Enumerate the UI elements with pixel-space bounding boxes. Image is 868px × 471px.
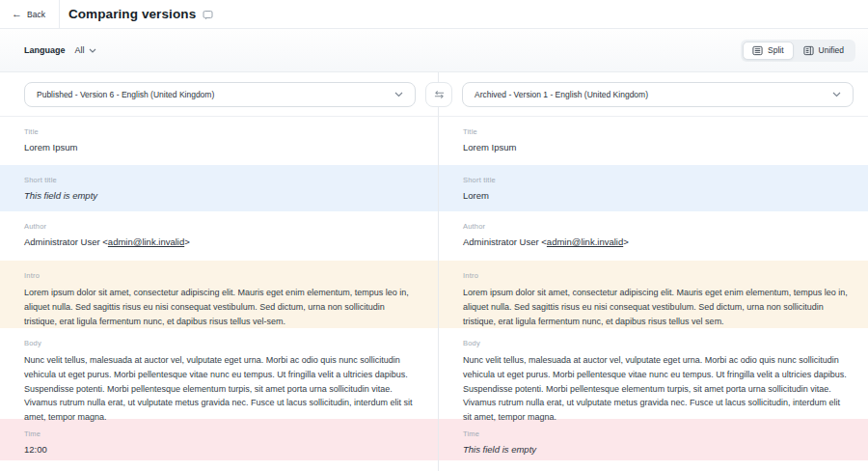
field-value: Lorem Ipsum [463, 142, 849, 152]
field-label: Intro [24, 271, 420, 280]
field-value: Nunc velit tellus, malesuada at auctor v… [463, 353, 849, 425]
language-control: Language All [24, 45, 96, 55]
field-value: Lorem [463, 190, 849, 201]
unified-view-icon [803, 45, 814, 56]
right-version-select[interactable]: Archived - Version 1 - English (United K… [462, 82, 854, 107]
language-value: All [75, 45, 85, 55]
field-row-title: Title Lorem Ipsum Title Lorem Ipsum [0, 117, 868, 165]
split-view-label: Split [768, 45, 784, 55]
left-version-value: Published - Version 6 - English (United … [37, 90, 214, 99]
language-dropdown[interactable]: All [75, 45, 96, 55]
field-value: Administrator User <admin@link.invalid> [463, 236, 849, 247]
field-value: Administrator User <admin@link.invalid> [24, 236, 420, 247]
field-value: Lorem Ipsum [24, 142, 420, 152]
author-suffix: > [184, 236, 190, 247]
split-view-icon [752, 45, 763, 56]
top-header: ← Back Comparing versions [0, 0, 868, 29]
field-row-author: Author Administrator User <admin@link.in… [0, 211, 868, 261]
author-name: Administrator User < [24, 236, 108, 247]
field-label: Short title [463, 176, 849, 184]
author-suffix: > [623, 236, 629, 247]
page-title: Comparing versions [68, 7, 196, 21]
field-value: Lorem ipsum dolor sit amet, consectetur … [24, 286, 420, 328]
field-row-intro: Intro Lorem ipsum dolor sit amet, consec… [0, 261, 868, 328]
left-version-select[interactable]: Published - Version 6 - English (United … [24, 82, 416, 107]
field-value: Lorem ipsum dolor sit amet, consectetur … [463, 286, 849, 328]
field-label: Time [463, 429, 849, 438]
comment-icon [203, 10, 213, 20]
email-link[interactable]: admin@link.invalid [547, 236, 623, 247]
body-cell-left: Body Nunc velit tellus, malesuada at auc… [0, 328, 439, 419]
field-row-time: Time 12:00 Time This field is empty [0, 419, 868, 460]
empty-field-placeholder: This field is empty [463, 444, 849, 455]
field-label: Short title [24, 176, 420, 184]
field-value: 12:00 [24, 444, 420, 455]
field-label: Time [24, 429, 420, 438]
short-title-cell-left: Short title This field is empty [0, 165, 439, 211]
swap-horizontal-icon [434, 90, 445, 99]
field-label: Body [24, 339, 420, 347]
time-cell-left: Time 12:00 [0, 419, 439, 460]
view-mode-toggle: Split Unified [741, 40, 855, 62]
author-name: Administrator User < [463, 236, 547, 247]
field-label: Title [463, 127, 849, 136]
column-divider [438, 72, 439, 471]
field-label: Title [24, 127, 420, 136]
swap-versions-button[interactable] [425, 82, 452, 107]
unified-view-label: Unified [819, 45, 844, 55]
field-value: Nunc velit tellus, malesuada at auctor v… [24, 353, 420, 425]
field-label: Author [463, 222, 849, 231]
field-label: Author [24, 222, 420, 231]
field-row-body: Body Nunc velit tellus, malesuada at auc… [0, 328, 868, 419]
time-cell-right: Time This field is empty [439, 419, 868, 460]
body-cell-right: Body Nunc velit tellus, malesuada at auc… [439, 328, 868, 419]
field-row-short-title: Short title This field is empty Short ti… [0, 165, 868, 211]
page-title-wrap: Comparing versions [60, 0, 213, 28]
language-label: Language [24, 45, 66, 55]
title-cell-left: Title Lorem Ipsum [0, 117, 439, 165]
comparison-table: Title Lorem Ipsum Title Lorem Ipsum Shor… [0, 117, 868, 460]
title-cell-right: Title Lorem Ipsum [439, 117, 868, 165]
comparison-content: Published - Version 6 - English (United … [0, 72, 868, 471]
author-cell-right: Author Administrator User <admin@link.in… [439, 211, 868, 261]
back-arrow-icon: ← [12, 9, 22, 19]
back-button[interactable]: ← Back [0, 0, 60, 28]
chevron-down-icon [89, 48, 96, 53]
author-cell-left: Author Administrator User <admin@link.in… [0, 211, 439, 261]
short-title-cell-right: Short title Lorem [439, 165, 868, 211]
field-label: Body [463, 339, 849, 347]
field-label: Intro [463, 271, 849, 280]
split-view-button[interactable]: Split [743, 42, 794, 60]
right-version-value: Archived - Version 1 - English (United K… [475, 90, 648, 99]
chevron-down-icon [394, 92, 403, 97]
intro-cell-right: Intro Lorem ipsum dolor sit amet, consec… [439, 261, 868, 328]
version-selectors-row: Published - Version 6 - English (United … [0, 72, 868, 117]
chevron-down-icon [832, 92, 841, 97]
email-link[interactable]: admin@link.invalid [108, 236, 184, 247]
toolbar: Language All Split [0, 29, 868, 72]
back-button-label: Back [27, 10, 45, 19]
intro-cell-left: Intro Lorem ipsum dolor sit amet, consec… [0, 261, 439, 328]
unified-view-button[interactable]: Unified [794, 42, 854, 60]
empty-field-placeholder: This field is empty [24, 190, 420, 201]
